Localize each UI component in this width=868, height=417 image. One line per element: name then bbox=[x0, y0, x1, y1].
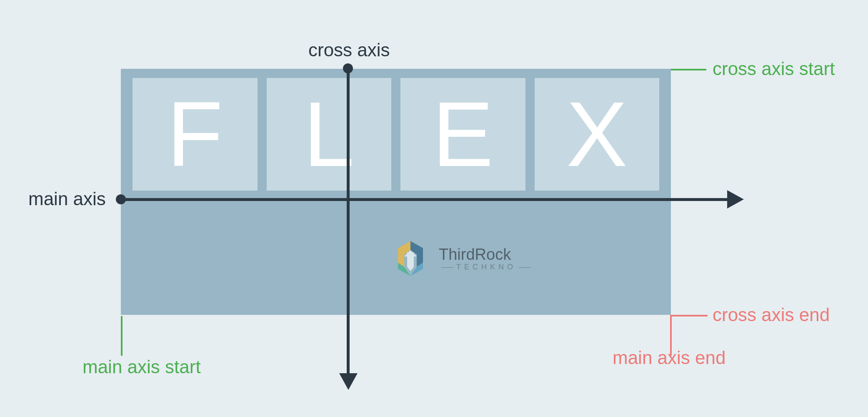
cross-axis-end-tick bbox=[670, 315, 708, 317]
main-axis-start-label: main axis start bbox=[83, 357, 201, 377]
cross-axis-line bbox=[347, 69, 350, 375]
main-axis-arrowhead-icon bbox=[727, 190, 744, 208]
flex-item: F bbox=[133, 78, 258, 191]
cross-axis-start-label: cross axis start bbox=[713, 58, 835, 79]
logo-name: ThirdRock bbox=[439, 246, 534, 264]
cross-axis-end-label: cross axis end bbox=[713, 304, 830, 325]
cross-axis-start-tick bbox=[671, 69, 706, 70]
cross-axis-arrowhead-icon bbox=[339, 373, 358, 390]
main-axis-start-tick bbox=[121, 316, 123, 356]
main-axis-line bbox=[121, 198, 729, 201]
thirdrock-logo: ThirdRock TECHKNO bbox=[390, 238, 534, 279]
main-axis-label: main axis bbox=[28, 188, 106, 209]
cross-axis-label: cross axis bbox=[308, 40, 390, 60]
flex-item: E bbox=[400, 78, 525, 191]
main-axis-end-label: main axis end bbox=[613, 347, 725, 368]
thirdrock-logo-icon bbox=[390, 238, 431, 279]
flex-item: X bbox=[535, 78, 660, 191]
flex-item: L bbox=[267, 78, 392, 191]
logo-subtitle: TECHKNO bbox=[439, 263, 534, 271]
